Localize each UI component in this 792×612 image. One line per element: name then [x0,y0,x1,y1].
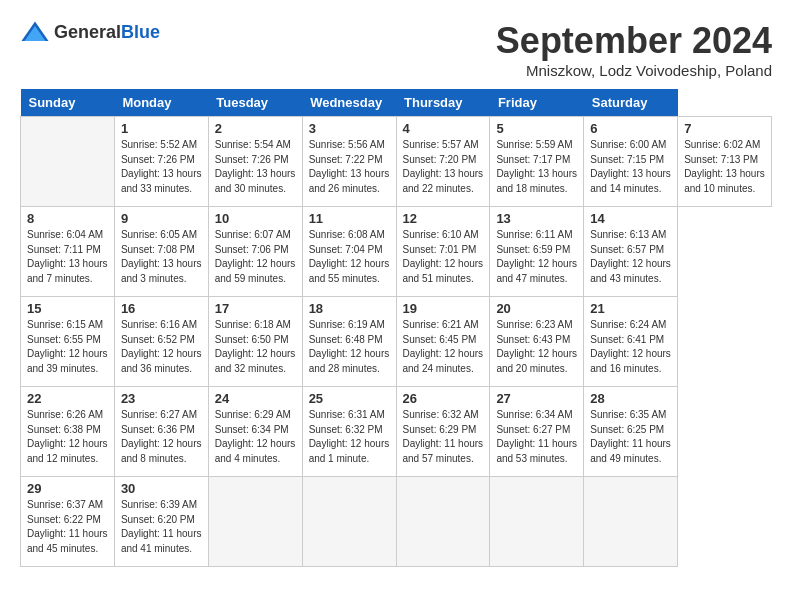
day-cell-5: 5Sunrise: 5:59 AMSunset: 7:17 PMDaylight… [490,117,584,207]
day-info: Sunrise: 6:35 AMSunset: 6:25 PMDaylight:… [590,408,671,466]
day-info: Sunrise: 6:04 AMSunset: 7:11 PMDaylight:… [27,228,108,286]
day-cell-21: 21Sunrise: 6:24 AMSunset: 6:41 PMDayligh… [584,297,678,387]
day-cell-22: 22Sunrise: 6:26 AMSunset: 6:38 PMDayligh… [21,387,115,477]
day-number: 9 [121,211,202,226]
day-info: Sunrise: 6:00 AMSunset: 7:15 PMDaylight:… [590,138,671,196]
empty-cell [396,477,490,567]
weekday-monday: Monday [114,89,208,117]
empty-cell [584,477,678,567]
day-cell-18: 18Sunrise: 6:19 AMSunset: 6:48 PMDayligh… [302,297,396,387]
day-cell-2: 2Sunrise: 5:54 AMSunset: 7:26 PMDaylight… [208,117,302,207]
day-number: 21 [590,301,671,316]
day-cell-17: 17Sunrise: 6:18 AMSunset: 6:50 PMDayligh… [208,297,302,387]
day-info: Sunrise: 6:08 AMSunset: 7:04 PMDaylight:… [309,228,390,286]
day-cell-7: 7Sunrise: 6:02 AMSunset: 7:13 PMDaylight… [678,117,772,207]
day-number: 23 [121,391,202,406]
logo-general: General [54,22,121,42]
calendar-week-2: 15Sunrise: 6:15 AMSunset: 6:55 PMDayligh… [21,297,772,387]
day-cell-12: 12Sunrise: 6:10 AMSunset: 7:01 PMDayligh… [396,207,490,297]
month-title: September 2024 [496,20,772,62]
day-number: 12 [403,211,484,226]
day-cell-28: 28Sunrise: 6:35 AMSunset: 6:25 PMDayligh… [584,387,678,477]
day-cell-16: 16Sunrise: 6:16 AMSunset: 6:52 PMDayligh… [114,297,208,387]
day-number: 20 [496,301,577,316]
day-info: Sunrise: 6:39 AMSunset: 6:20 PMDaylight:… [121,498,202,556]
day-cell-8: 8Sunrise: 6:04 AMSunset: 7:11 PMDaylight… [21,207,115,297]
day-info: Sunrise: 6:02 AMSunset: 7:13 PMDaylight:… [684,138,765,196]
day-number: 16 [121,301,202,316]
day-number: 6 [590,121,671,136]
day-info: Sunrise: 6:05 AMSunset: 7:08 PMDaylight:… [121,228,202,286]
day-info: Sunrise: 6:31 AMSunset: 6:32 PMDaylight:… [309,408,390,466]
weekday-header-row: SundayMondayTuesdayWednesdayThursdayFrid… [21,89,772,117]
day-cell-29: 29Sunrise: 6:37 AMSunset: 6:22 PMDayligh… [21,477,115,567]
day-info: Sunrise: 6:37 AMSunset: 6:22 PMDaylight:… [27,498,108,556]
day-info: Sunrise: 6:19 AMSunset: 6:48 PMDaylight:… [309,318,390,376]
day-info: Sunrise: 6:29 AMSunset: 6:34 PMDaylight:… [215,408,296,466]
day-info: Sunrise: 6:15 AMSunset: 6:55 PMDaylight:… [27,318,108,376]
day-number: 19 [403,301,484,316]
day-info: Sunrise: 5:52 AMSunset: 7:26 PMDaylight:… [121,138,202,196]
day-number: 11 [309,211,390,226]
day-number: 14 [590,211,671,226]
day-number: 2 [215,121,296,136]
day-number: 3 [309,121,390,136]
day-number: 18 [309,301,390,316]
day-info: Sunrise: 6:24 AMSunset: 6:41 PMDaylight:… [590,318,671,376]
day-number: 5 [496,121,577,136]
day-number: 17 [215,301,296,316]
weekday-sunday: Sunday [21,89,115,117]
day-cell-27: 27Sunrise: 6:34 AMSunset: 6:27 PMDayligh… [490,387,584,477]
page-header: GeneralBlue September 2024 Mniszkow, Lod… [20,20,772,79]
day-number: 8 [27,211,108,226]
day-cell-25: 25Sunrise: 6:31 AMSunset: 6:32 PMDayligh… [302,387,396,477]
empty-cell [302,477,396,567]
logo-blue: Blue [121,22,160,42]
day-cell-20: 20Sunrise: 6:23 AMSunset: 6:43 PMDayligh… [490,297,584,387]
weekday-saturday: Saturday [584,89,678,117]
day-info: Sunrise: 5:59 AMSunset: 7:17 PMDaylight:… [496,138,577,196]
empty-cell [21,117,115,207]
day-cell-30: 30Sunrise: 6:39 AMSunset: 6:20 PMDayligh… [114,477,208,567]
day-cell-1: 1Sunrise: 5:52 AMSunset: 7:26 PMDaylight… [114,117,208,207]
day-info: Sunrise: 6:13 AMSunset: 6:57 PMDaylight:… [590,228,671,286]
day-cell-19: 19Sunrise: 6:21 AMSunset: 6:45 PMDayligh… [396,297,490,387]
day-number: 29 [27,481,108,496]
day-cell-3: 3Sunrise: 5:56 AMSunset: 7:22 PMDaylight… [302,117,396,207]
weekday-thursday: Thursday [396,89,490,117]
day-info: Sunrise: 5:54 AMSunset: 7:26 PMDaylight:… [215,138,296,196]
day-info: Sunrise: 5:57 AMSunset: 7:20 PMDaylight:… [403,138,484,196]
day-cell-24: 24Sunrise: 6:29 AMSunset: 6:34 PMDayligh… [208,387,302,477]
day-number: 7 [684,121,765,136]
day-info: Sunrise: 6:07 AMSunset: 7:06 PMDaylight:… [215,228,296,286]
logo-wordmark: GeneralBlue [54,22,160,43]
day-info: Sunrise: 5:56 AMSunset: 7:22 PMDaylight:… [309,138,390,196]
day-number: 4 [403,121,484,136]
title-section: September 2024 Mniszkow, Lodz Voivodeshi… [496,20,772,79]
day-cell-23: 23Sunrise: 6:27 AMSunset: 6:36 PMDayligh… [114,387,208,477]
location: Mniszkow, Lodz Voivodeship, Poland [496,62,772,79]
day-info: Sunrise: 6:10 AMSunset: 7:01 PMDaylight:… [403,228,484,286]
empty-cell [208,477,302,567]
weekday-friday: Friday [490,89,584,117]
day-info: Sunrise: 6:21 AMSunset: 6:45 PMDaylight:… [403,318,484,376]
calendar-week-1: 8Sunrise: 6:04 AMSunset: 7:11 PMDaylight… [21,207,772,297]
day-number: 1 [121,121,202,136]
day-info: Sunrise: 6:16 AMSunset: 6:52 PMDaylight:… [121,318,202,376]
calendar-week-3: 22Sunrise: 6:26 AMSunset: 6:38 PMDayligh… [21,387,772,477]
day-info: Sunrise: 6:34 AMSunset: 6:27 PMDaylight:… [496,408,577,466]
day-info: Sunrise: 6:32 AMSunset: 6:29 PMDaylight:… [403,408,484,466]
calendar-table: SundayMondayTuesdayWednesdayThursdayFrid… [20,89,772,567]
day-info: Sunrise: 6:18 AMSunset: 6:50 PMDaylight:… [215,318,296,376]
weekday-wednesday: Wednesday [302,89,396,117]
calendar-week-0: 1Sunrise: 5:52 AMSunset: 7:26 PMDaylight… [21,117,772,207]
day-cell-11: 11Sunrise: 6:08 AMSunset: 7:04 PMDayligh… [302,207,396,297]
day-cell-15: 15Sunrise: 6:15 AMSunset: 6:55 PMDayligh… [21,297,115,387]
calendar-week-4: 29Sunrise: 6:37 AMSunset: 6:22 PMDayligh… [21,477,772,567]
day-number: 27 [496,391,577,406]
day-number: 25 [309,391,390,406]
day-number: 10 [215,211,296,226]
logo-icon [20,20,50,44]
day-number: 28 [590,391,671,406]
day-number: 13 [496,211,577,226]
